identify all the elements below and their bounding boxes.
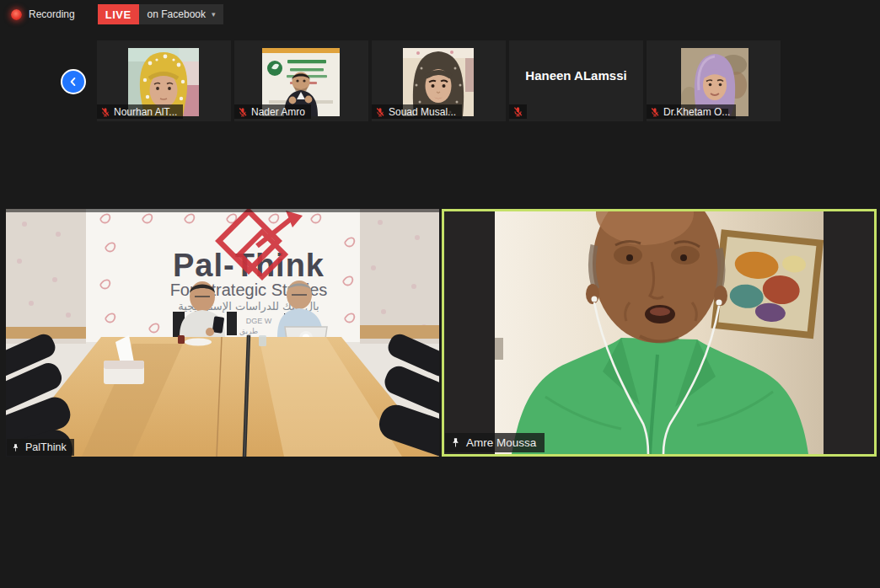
chevron-down-icon: ▾	[212, 11, 216, 19]
muted-mic-icon	[238, 107, 248, 117]
video-tile-amre-moussa[interactable]: Amre Moussa	[442, 209, 877, 457]
participant-name: Haneen ALamssi	[509, 40, 643, 110]
wall-painting	[711, 229, 824, 339]
participant-tile-souad[interactable]: Souad Musal...	[372, 40, 506, 121]
participant-name: Nader Amro	[251, 106, 305, 118]
video-name-tag: PalThink	[7, 439, 74, 456]
participant-name-label: Dr.Khetam O...	[647, 104, 736, 119]
participant-name: Souad Musal...	[389, 106, 456, 118]
amre-moussa-video	[495, 211, 824, 454]
video-name: PalThink	[25, 441, 67, 453]
collapse-thumbnails-button[interactable]	[61, 69, 86, 94]
svg-text:DGE W: DGE W	[246, 317, 272, 325]
participant-tile-nourhan[interactable]: Nourhan AlT...	[97, 40, 231, 121]
live-target-dropdown[interactable]: on Facebook ▾	[139, 4, 223, 24]
muted-mic-icon	[650, 107, 660, 117]
live-target-label: on Facebook	[148, 8, 206, 20]
participant-tile-nader[interactable]: Nader Amro	[234, 40, 368, 121]
participant-name-label: Souad Musal...	[372, 104, 462, 119]
participant-name-label: Nourhan AlT...	[97, 104, 183, 119]
stream-status-bar: Recording LIVE on Facebook ▾	[0, 0, 223, 29]
muted-mic-icon	[100, 107, 110, 117]
palthink-room-video: Pal-Think For Strategic Studies بال ثينك…	[6, 209, 439, 457]
participant-tile-khetam[interactable]: Dr.Khetam O...	[647, 40, 781, 121]
svg-text:طريق: طريق	[239, 327, 258, 335]
video-name: Amre Moussa	[466, 436, 536, 449]
pin-icon	[11, 443, 20, 452]
participant-name: Nourhan AlT...	[114, 106, 177, 118]
pin-icon	[450, 437, 461, 448]
muted-mic-icon	[512, 106, 523, 117]
video-name-tag: Amre Moussa	[445, 433, 545, 452]
participant-tile-haneen[interactable]: Haneen ALamssi	[509, 40, 643, 121]
recording-dot-icon	[11, 9, 22, 20]
muted-mic-icon	[375, 107, 385, 117]
participant-name-label: Nader Amro	[234, 104, 311, 119]
video-tile-palthink[interactable]: Pal-Think For Strategic Studies بال ثينك…	[6, 209, 439, 457]
zoom-meeting-window: Recording LIVE on Facebook ▾	[0, 0, 880, 588]
participant-mute-indicator	[509, 104, 527, 119]
recording-indicator: Recording	[11, 8, 75, 20]
live-badge: LIVE	[98, 4, 139, 24]
recording-label: Recording	[29, 8, 75, 20]
live-stream-control[interactable]: LIVE on Facebook ▾	[98, 4, 223, 24]
participant-name: Dr.Khetam O...	[663, 106, 730, 118]
chevron-left-icon	[67, 76, 79, 88]
